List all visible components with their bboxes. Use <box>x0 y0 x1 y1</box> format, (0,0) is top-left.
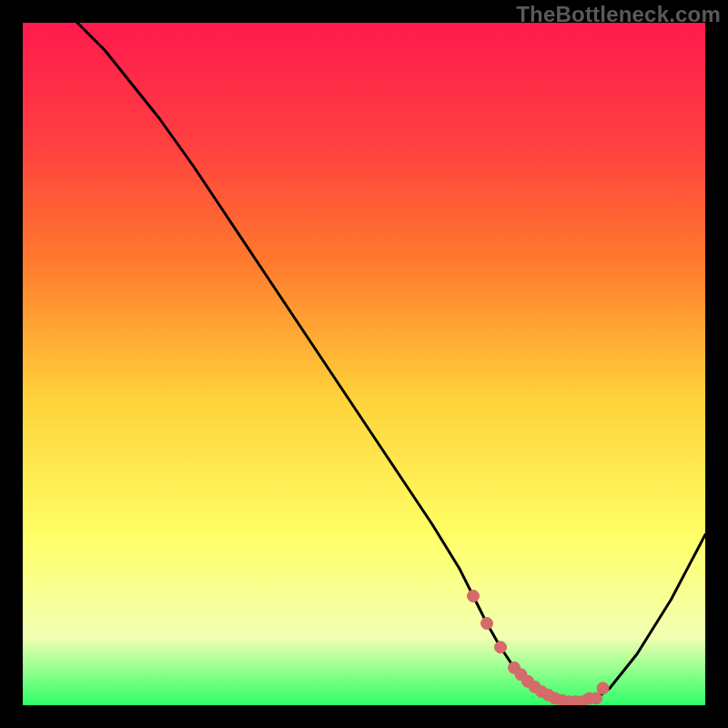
chart-svg <box>23 23 705 705</box>
optimal-marker <box>591 693 602 704</box>
optimal-marker <box>481 618 493 630</box>
chart-frame: TheBottleneck.com <box>0 0 728 728</box>
optimal-marker <box>597 682 609 694</box>
optimal-marker <box>468 591 480 602</box>
gradient-background <box>23 23 705 705</box>
optimal-marker <box>495 642 507 653</box>
plot-area <box>23 23 705 705</box>
